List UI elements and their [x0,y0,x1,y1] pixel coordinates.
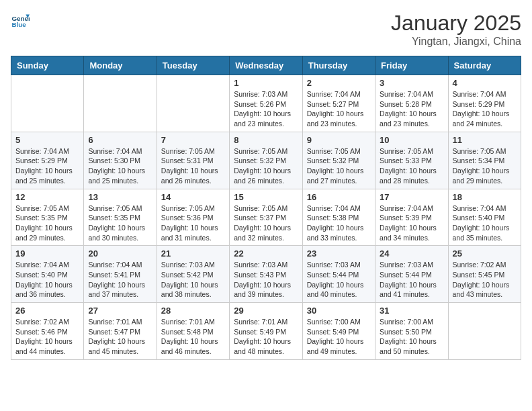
calendar-cell: 9Sunrise: 7:05 AM Sunset: 5:32 PM Daylig… [302,132,375,189]
logo: General Blue [11,11,30,30]
day-number: 21 [161,248,225,259]
week-row: 12Sunrise: 7:05 AM Sunset: 5:35 PM Dayli… [11,189,521,246]
calendar-cell: 7Sunrise: 7:05 AM Sunset: 5:31 PM Daylig… [157,132,229,189]
calendar-cell: 30Sunrise: 7:00 AM Sunset: 5:49 PM Dayli… [302,303,375,360]
calendar-cell: 12Sunrise: 7:05 AM Sunset: 5:35 PM Dayli… [11,189,84,246]
calendar-cell: 4Sunrise: 7:04 AM Sunset: 5:29 PM Daylig… [448,75,521,132]
day-number: 8 [234,135,298,145]
calendar-cell: 14Sunrise: 7:05 AM Sunset: 5:36 PM Dayli… [157,189,229,246]
weekday-header: Saturday [448,56,521,75]
day-number: 14 [161,192,225,202]
day-info: Sunrise: 7:05 AM Sunset: 5:34 PM Dayligh… [453,146,517,186]
day-number: 29 [234,306,298,316]
calendar-cell: 6Sunrise: 7:04 AM Sunset: 5:30 PM Daylig… [84,132,157,189]
day-number: 10 [380,135,443,145]
calendar-cell: 27Sunrise: 7:01 AM Sunset: 5:47 PM Dayli… [84,303,157,360]
weekday-header: Monday [84,56,157,75]
calendar-cell: 17Sunrise: 7:04 AM Sunset: 5:39 PM Dayli… [375,189,448,246]
calendar-cell: 23Sunrise: 7:03 AM Sunset: 5:44 PM Dayli… [302,246,375,303]
day-number: 13 [88,192,152,202]
day-info: Sunrise: 7:04 AM Sunset: 5:30 PM Dayligh… [88,146,152,186]
day-number: 17 [380,192,443,202]
day-info: Sunrise: 7:05 AM Sunset: 5:31 PM Dayligh… [161,146,225,186]
week-row: 1Sunrise: 7:03 AM Sunset: 5:26 PM Daylig… [11,75,521,132]
calendar-cell [11,75,84,132]
calendar-cell: 28Sunrise: 7:01 AM Sunset: 5:48 PM Dayli… [157,303,229,360]
calendar-cell: 24Sunrise: 7:03 AM Sunset: 5:44 PM Dayli… [375,246,448,303]
calendar-cell: 16Sunrise: 7:04 AM Sunset: 5:38 PM Dayli… [302,189,375,246]
weekday-header-row: SundayMondayTuesdayWednesdayThursdayFrid… [11,56,521,75]
day-info: Sunrise: 7:02 AM Sunset: 5:45 PM Dayligh… [453,260,517,300]
title-block: January 2025 Yingtan, Jiangxi, China [391,11,521,48]
day-number: 27 [88,306,152,316]
day-number: 6 [88,135,152,145]
day-info: Sunrise: 7:03 AM Sunset: 5:44 PM Dayligh… [380,260,443,300]
calendar-cell: 15Sunrise: 7:05 AM Sunset: 5:37 PM Dayli… [230,189,302,246]
day-info: Sunrise: 7:00 AM Sunset: 5:50 PM Dayligh… [380,317,443,357]
day-info: Sunrise: 7:01 AM Sunset: 5:48 PM Dayligh… [161,317,225,357]
day-info: Sunrise: 7:04 AM Sunset: 5:38 PM Dayligh… [307,203,371,243]
day-number: 24 [380,248,443,259]
calendar-cell: 25Sunrise: 7:02 AM Sunset: 5:45 PM Dayli… [448,246,521,303]
day-number: 16 [307,192,371,202]
day-number: 1 [234,78,298,88]
day-info: Sunrise: 7:03 AM Sunset: 5:26 PM Dayligh… [234,89,298,129]
logo-icon: General Blue [11,11,30,30]
week-row: 5Sunrise: 7:04 AM Sunset: 5:29 PM Daylig… [11,132,521,189]
calendar-cell: 29Sunrise: 7:01 AM Sunset: 5:49 PM Dayli… [230,303,302,360]
day-info: Sunrise: 7:03 AM Sunset: 5:42 PM Dayligh… [161,260,225,300]
calendar-subtitle: Yingtan, Jiangxi, China [391,36,521,48]
weekday-header: Tuesday [157,56,229,75]
day-number: 4 [453,78,517,88]
day-info: Sunrise: 7:05 AM Sunset: 5:32 PM Dayligh… [307,146,371,186]
week-row: 26Sunrise: 7:02 AM Sunset: 5:46 PM Dayli… [11,303,521,360]
calendar-cell: 13Sunrise: 7:05 AM Sunset: 5:35 PM Dayli… [84,189,157,246]
calendar-cell: 22Sunrise: 7:03 AM Sunset: 5:43 PM Dayli… [230,246,302,303]
day-number: 20 [88,248,152,259]
day-number: 15 [234,192,298,202]
day-number: 7 [161,135,225,145]
calendar-cell: 21Sunrise: 7:03 AM Sunset: 5:42 PM Dayli… [157,246,229,303]
day-info: Sunrise: 7:03 AM Sunset: 5:44 PM Dayligh… [307,260,371,300]
day-info: Sunrise: 7:03 AM Sunset: 5:43 PM Dayligh… [234,260,298,300]
day-number: 28 [161,306,225,316]
day-info: Sunrise: 7:04 AM Sunset: 5:29 PM Dayligh… [453,89,517,129]
calendar-cell: 18Sunrise: 7:04 AM Sunset: 5:40 PM Dayli… [448,189,521,246]
day-number: 3 [380,78,443,88]
weekday-header: Wednesday [230,56,302,75]
day-number: 18 [453,192,517,202]
calendar-cell: 31Sunrise: 7:00 AM Sunset: 5:50 PM Dayli… [375,303,448,360]
weekday-header: Sunday [11,56,84,75]
day-number: 11 [453,135,517,145]
weekday-header: Thursday [302,56,375,75]
day-number: 26 [15,306,79,316]
day-number: 12 [15,192,79,202]
day-info: Sunrise: 7:04 AM Sunset: 5:28 PM Dayligh… [380,89,443,129]
calendar-cell: 2Sunrise: 7:04 AM Sunset: 5:27 PM Daylig… [302,75,375,132]
day-number: 19 [15,248,79,259]
calendar-table: SundayMondayTuesdayWednesdayThursdayFrid… [11,56,521,360]
calendar-cell: 26Sunrise: 7:02 AM Sunset: 5:46 PM Dayli… [11,303,84,360]
day-number: 31 [380,306,443,316]
day-info: Sunrise: 7:00 AM Sunset: 5:49 PM Dayligh… [307,317,371,357]
day-info: Sunrise: 7:04 AM Sunset: 5:27 PM Dayligh… [307,89,371,129]
week-row: 19Sunrise: 7:04 AM Sunset: 5:40 PM Dayli… [11,246,521,303]
calendar-cell [448,303,521,360]
calendar-cell: 11Sunrise: 7:05 AM Sunset: 5:34 PM Dayli… [448,132,521,189]
page-header: General Blue January 2025 Yingtan, Jiang… [11,11,521,48]
calendar-cell: 3Sunrise: 7:04 AM Sunset: 5:28 PM Daylig… [375,75,448,132]
day-info: Sunrise: 7:02 AM Sunset: 5:46 PM Dayligh… [15,317,79,357]
calendar-cell: 20Sunrise: 7:04 AM Sunset: 5:41 PM Dayli… [84,246,157,303]
day-info: Sunrise: 7:05 AM Sunset: 5:33 PM Dayligh… [380,146,443,186]
day-info: Sunrise: 7:01 AM Sunset: 5:47 PM Dayligh… [88,317,152,357]
calendar-cell: 1Sunrise: 7:03 AM Sunset: 5:26 PM Daylig… [230,75,302,132]
day-info: Sunrise: 7:05 AM Sunset: 5:35 PM Dayligh… [88,203,152,243]
day-info: Sunrise: 7:04 AM Sunset: 5:40 PM Dayligh… [453,203,517,243]
calendar-cell [84,75,157,132]
day-info: Sunrise: 7:04 AM Sunset: 5:29 PM Dayligh… [15,146,79,186]
day-number: 25 [453,248,517,259]
day-number: 2 [307,78,371,88]
day-number: 30 [307,306,371,316]
day-info: Sunrise: 7:05 AM Sunset: 5:35 PM Dayligh… [15,203,79,243]
day-info: Sunrise: 7:04 AM Sunset: 5:41 PM Dayligh… [88,260,152,300]
